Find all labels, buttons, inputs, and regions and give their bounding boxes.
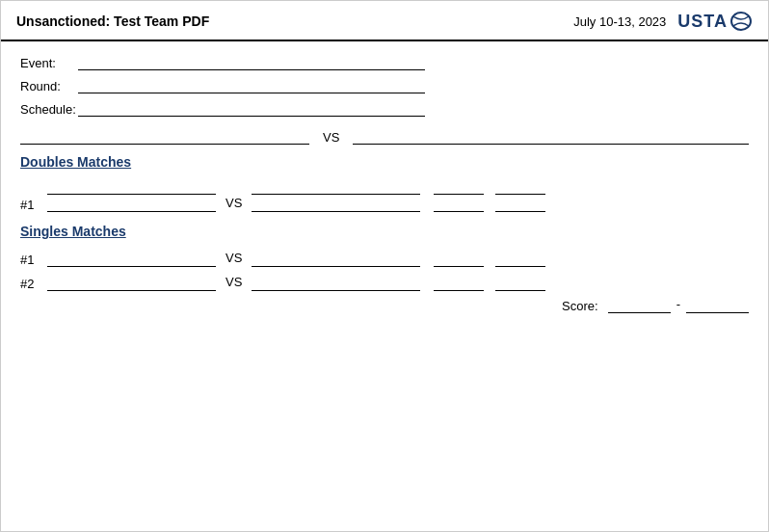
header-date: July 10-13, 2023 bbox=[573, 14, 666, 29]
singles-match1-opponent-line bbox=[252, 253, 420, 267]
header-right: July 10-13, 2023 USTA bbox=[573, 11, 753, 32]
schedule-row: Schedule: bbox=[20, 101, 749, 117]
event-row: Event: bbox=[20, 55, 749, 70]
schedule-label: Schedule: bbox=[20, 102, 78, 117]
doubles-match1-scores2 bbox=[495, 181, 545, 212]
content: Event: Round: Schedule: VS Doubles Match… bbox=[1, 41, 768, 531]
round-row: Round: bbox=[20, 78, 749, 93]
page: Unsanctioned: Test Team PDF July 10-13, … bbox=[0, 0, 769, 532]
score-total-left bbox=[608, 300, 671, 313]
vs-separator-text: VS bbox=[317, 130, 345, 145]
usta-icon bbox=[729, 11, 753, 32]
doubles-match1-player1-line bbox=[47, 181, 216, 195]
score-dash: - bbox=[676, 297, 680, 313]
svg-point-0 bbox=[731, 13, 751, 30]
doubles-match1-score3 bbox=[495, 181, 545, 195]
doubles-match1-score4 bbox=[495, 199, 545, 212]
singles-match2-opponent-line bbox=[252, 278, 420, 291]
doubles-match1-left-pair bbox=[47, 181, 216, 212]
usta-logo: USTA bbox=[677, 11, 753, 32]
singles-match2-vs: VS bbox=[222, 275, 246, 291]
round-label: Round: bbox=[20, 79, 78, 93]
singles-match1-score2 bbox=[495, 253, 545, 267]
doubles-section: Doubles Matches #1 VS bbox=[20, 154, 749, 212]
singles-match1-player-line bbox=[47, 253, 216, 267]
header-title: Unsanctioned: Test Team PDF bbox=[16, 13, 209, 29]
doubles-match1-score2 bbox=[434, 199, 484, 212]
doubles-section-title: Doubles Matches bbox=[20, 154, 749, 170]
doubles-match1-vs: VS bbox=[222, 196, 246, 212]
doubles-match1-scores bbox=[434, 181, 484, 212]
doubles-match1-opponent2-line bbox=[252, 199, 420, 212]
score-label: Score: bbox=[562, 299, 598, 313]
doubles-match1-player2-line bbox=[47, 199, 216, 212]
singles-match2-number: #2 bbox=[20, 277, 41, 291]
doubles-match1-number: #1 bbox=[20, 198, 41, 212]
singles-match-1: #1 VS bbox=[20, 251, 749, 267]
singles-match1-number: #1 bbox=[20, 253, 41, 267]
singles-match-2: #2 VS bbox=[20, 275, 749, 291]
singles-match1-score1 bbox=[434, 253, 484, 267]
score-total-row: Score: - bbox=[20, 297, 749, 313]
vs-separator-row: VS bbox=[20, 130, 749, 145]
singles-match1-vs: VS bbox=[222, 251, 246, 267]
vs-right-line bbox=[353, 144, 749, 145]
event-input[interactable] bbox=[78, 55, 425, 70]
event-label: Event: bbox=[20, 56, 78, 70]
doubles-match1-opponent1-line bbox=[252, 181, 420, 195]
singles-section-title: Singles Matches bbox=[20, 224, 749, 239]
usta-logo-text: USTA bbox=[677, 12, 728, 32]
round-input[interactable] bbox=[78, 78, 425, 93]
score-total-right bbox=[686, 300, 749, 313]
singles-match2-player-line bbox=[47, 278, 216, 291]
schedule-input[interactable] bbox=[78, 101, 425, 117]
doubles-match-1: #1 VS bbox=[20, 181, 749, 212]
doubles-match1-score1 bbox=[434, 181, 484, 195]
singles-match2-score2 bbox=[495, 278, 545, 291]
doubles-match1-right-pair bbox=[252, 181, 420, 212]
singles-section: Singles Matches #1 VS #2 VS S bbox=[20, 224, 749, 313]
vs-left-line bbox=[20, 144, 309, 145]
header: Unsanctioned: Test Team PDF July 10-13, … bbox=[1, 1, 768, 41]
singles-match2-score1 bbox=[434, 278, 484, 291]
